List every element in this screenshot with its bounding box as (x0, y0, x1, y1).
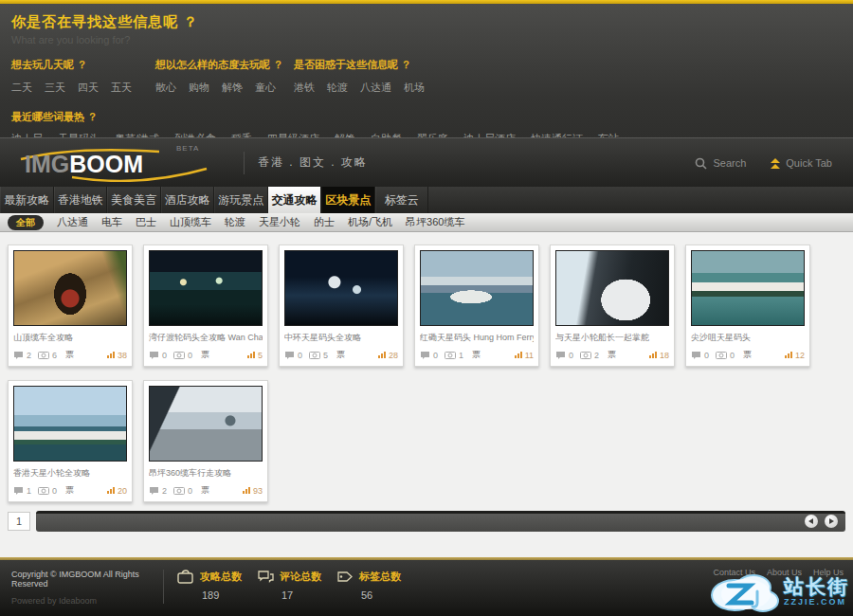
nav-tab-sights[interactable]: 游玩景点 (214, 187, 268, 213)
promo-title: 你是否在寻找这些信息呢 ？ (11, 13, 842, 31)
tag-link[interactable]: 港铁 (294, 81, 315, 95)
views-icon (785, 352, 792, 358)
tags-icon (336, 570, 354, 584)
tag-link[interactable]: 八达通 (360, 81, 391, 95)
site-logo[interactable]: IMGBOOM BETA (17, 144, 221, 182)
nav-tab-food[interactable]: 美食美言 (107, 187, 161, 213)
guides-icon (177, 570, 194, 584)
site-tagline: 香港 . 图文 . 攻略 (258, 154, 368, 171)
views-icon (247, 352, 255, 358)
beta-badge: BETA (176, 144, 199, 153)
nav-tab-latest[interactable]: 最新攻略 (0, 187, 54, 213)
comment-icon (149, 351, 159, 360)
filter-np360[interactable]: 昂坪360缆车 (406, 215, 464, 229)
quick-tab-button[interactable]: Quick Tab (771, 157, 832, 169)
prev-page-button[interactable] (805, 515, 818, 528)
header-divider (244, 152, 245, 174)
tag-link[interactable]: 三天 (45, 81, 65, 95)
guide-title: 红磡天星码头 Hung Hom Ferry Piers (420, 332, 534, 343)
search-button[interactable]: Search (695, 157, 746, 170)
guide-title: 中环天星码头全攻略 (284, 332, 398, 343)
filter-bar: 全部 八达通 电车 巴士 山顶缆车 轮渡 天星小轮 的士 机场/飞机 昂坪360… (0, 213, 853, 232)
guide-stats: 1 0票 20 (13, 484, 127, 497)
double-chevron-up-icon (771, 158, 780, 169)
guide-card[interactable]: 中环天星码头全攻略 0 5票 28 (279, 245, 404, 367)
tag-link[interactable]: 二天 (11, 81, 32, 95)
tag-link[interactable]: 四天 (78, 81, 99, 95)
tag-link[interactable]: 购物 (189, 81, 209, 95)
search-icon (695, 157, 707, 170)
guide-stats: 0 1票 11 (420, 349, 534, 361)
guide-thumbnail (284, 250, 398, 326)
nav-tab-tagcloud[interactable]: 标签云 (375, 187, 429, 213)
pagination: 1 (8, 511, 845, 532)
photos-icon (716, 351, 727, 359)
cloud-logo-icon (708, 567, 782, 616)
filter-ferry[interactable]: 轮渡 (225, 215, 245, 229)
guide-card[interactable]: 山顶缆车全攻略 2 6票 38 (8, 245, 133, 367)
quick-find-panel: 你是否在寻找这些信息呢 ？ What are you looking for? … (0, 4, 853, 137)
comment-icon (284, 351, 295, 360)
guide-thumbnail (149, 386, 263, 462)
guide-card[interactable]: 湾仔渡轮码头全攻略 Wan Chai Ferry 0 0票 5 (143, 245, 268, 367)
comment-icon (149, 486, 159, 496)
tag-link[interactable]: 五天 (111, 81, 132, 95)
guide-card[interactable]: 香港天星小轮全攻略 1 0票 20 (8, 380, 133, 502)
filter-octopus[interactable]: 八达通 (57, 215, 88, 229)
guide-card[interactable]: 尖沙咀天星码头 0 0票 12 (685, 245, 810, 367)
guide-title: 尖沙咀天星码头 (691, 332, 805, 343)
tag-link[interactable]: 轮渡 (327, 81, 348, 95)
filter-tram[interactable]: 电车 (101, 215, 122, 229)
promo-column-days: 想去玩几天呢 ？ 二天 三天 四天 五天 (11, 58, 155, 95)
site-footer: Copyright © IMGBOOM All Rights Reserved … (0, 560, 853, 616)
guide-card-grid: 山顶缆车全攻略 2 6票 38 湾仔渡轮码头全攻略 Wan Chai Ferry… (8, 245, 845, 502)
guide-title: 山顶缆车全攻略 (13, 332, 127, 343)
filter-bus[interactable]: 巴士 (136, 215, 156, 229)
guide-thumbnail (691, 250, 805, 326)
views-icon (107, 352, 115, 358)
guide-card[interactable]: 与天星小轮船长一起掌舵 0 2票 18 (550, 245, 675, 367)
guide-stats: 2 0票 93 (149, 484, 263, 497)
stat-tags-total: 标签总数 56 (336, 570, 412, 616)
filter-peak-tram[interactable]: 山顶缆车 (170, 215, 211, 229)
next-page-button[interactable] (825, 515, 838, 528)
hot-words-heading: 最近哪些词最热 ？ (11, 110, 842, 124)
watermark-name: 站长街 (784, 576, 849, 596)
nav-tab-transport[interactable]: 交通攻略 (268, 187, 322, 213)
comment-icon (691, 351, 701, 360)
comments-total-icon (257, 570, 274, 584)
stat-comments-total: 评论总数 17 (257, 570, 333, 616)
filter-airport[interactable]: 机场/飞机 (348, 215, 392, 229)
filter-taxi[interactable]: 的士 (314, 215, 335, 229)
photos-icon (309, 351, 320, 359)
site-header: IMGBOOM BETA 香港 . 图文 . 攻略 Search Quick T… (0, 137, 853, 187)
guide-card[interactable]: 红磡天星码头 Hung Hom Ferry Piers 0 1票 11 (414, 245, 539, 367)
tag-link[interactable]: 散心 (155, 81, 176, 95)
views-icon (515, 352, 522, 358)
guide-title: 香港天星小轮全攻略 (13, 467, 127, 479)
views-icon (378, 352, 386, 358)
nav-tab-hotel[interactable]: 酒店攻略 (161, 187, 215, 213)
nav-tab-districts[interactable]: 区块景点 (321, 187, 375, 213)
copyright-text: Copyright © IMGBOOM All Rights Reserved (11, 570, 150, 589)
filter-all[interactable]: 全部 (8, 215, 44, 230)
comment-icon (13, 351, 24, 360)
pager-scrollbar[interactable] (36, 511, 845, 532)
page-number[interactable]: 1 (8, 512, 30, 531)
powered-by-text: Powered by Ideaboom (11, 596, 150, 606)
filter-star-ferry[interactable]: 天星小轮 (259, 215, 300, 229)
nav-tab-metro[interactable]: 香港地铁 (54, 187, 108, 213)
photos-icon (173, 351, 185, 359)
tag-link[interactable]: 童心 (255, 81, 276, 95)
comment-icon (13, 486, 24, 496)
guide-card[interactable]: 昂坪360缆车行走攻略 2 0票 93 (143, 380, 268, 502)
views-icon (649, 352, 657, 358)
guide-stats: 0 0票 12 (691, 349, 805, 361)
guide-stats: 0 5票 28 (284, 349, 398, 361)
photos-icon (445, 351, 456, 359)
tag-link[interactable]: 机场 (404, 81, 425, 95)
photos-icon (173, 486, 185, 495)
tag-link[interactable]: 解馋 (222, 81, 243, 95)
guide-title: 湾仔渡轮码头全攻略 Wan Chai Ferry (149, 332, 263, 343)
main-nav: 最新攻略 香港地铁 美食美言 酒店攻略 游玩景点 交通攻略 区块景点 标签云 (0, 187, 853, 213)
